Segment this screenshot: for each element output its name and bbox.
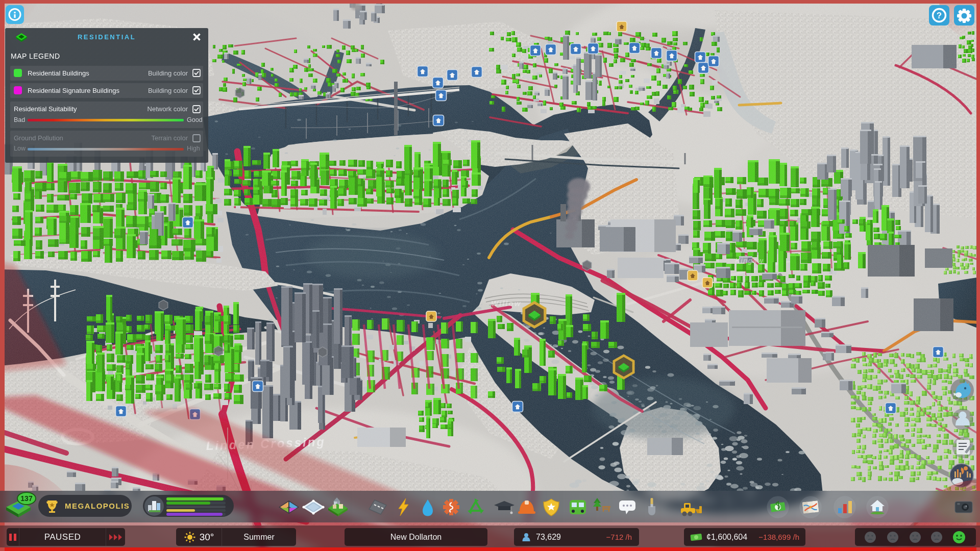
svg-text:?: ?: [937, 11, 942, 20]
